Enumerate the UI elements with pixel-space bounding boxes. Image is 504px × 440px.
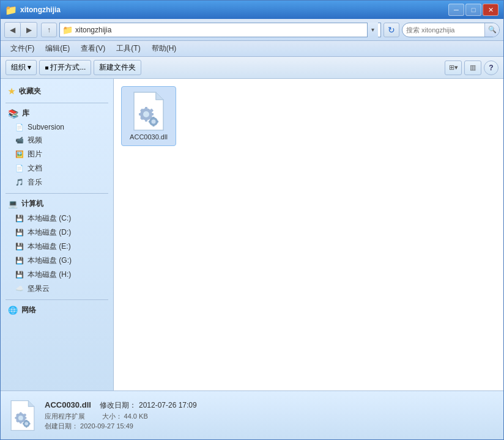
svg-rect-33 (26, 425, 27, 427)
computer-icon: 💻 (8, 199, 18, 208)
file-icon-wrapper (129, 92, 168, 131)
drive-g-icon: 💾 (15, 257, 24, 265)
status-details: 应用程序扩展 大小： 44.0 KB 创建日期： 2020-09-27 15:4… (45, 412, 197, 431)
drive-c-icon: 💾 (15, 215, 24, 222)
drive-h-label: 本地磁盘 (H:) (28, 270, 71, 280)
images-icon: 🖼️ (15, 150, 24, 158)
status-size-label: 大小： (102, 413, 122, 420)
open-as-button[interactable]: ■ 打开方式... (39, 60, 91, 75)
status-modify-date: 2012-07-26 17:09 (139, 401, 197, 409)
documents-label: 文档 (28, 163, 42, 174)
dll-file-icon (132, 91, 166, 131)
sidebar-item-drive-c[interactable]: 💾 本地磁盘 (C:) (1, 211, 113, 226)
video-label: 视频 (28, 135, 42, 145)
favorites-header: ★ 收藏夹 (1, 84, 113, 99)
svg-marker-19 (28, 400, 34, 406)
open-as-label: 打开方式... (50, 62, 86, 73)
sidebar-divider-2 (6, 193, 108, 194)
status-file-icon (8, 398, 37, 433)
status-type-text: 应用程序扩展 (45, 413, 85, 420)
status-create-label: 创建日期： (45, 422, 78, 430)
status-create-date: 2020-09-27 15:49 (80, 422, 133, 430)
menu-bar: 文件(F) 编辑(E) 查看(V) 工具(T) 帮助(H) (1, 41, 503, 57)
svg-rect-15 (153, 125, 155, 127)
status-filename-text: ACC0030.dll (45, 400, 91, 409)
svg-rect-5 (145, 119, 147, 122)
svg-rect-35 (29, 423, 31, 424)
sidebar-item-images[interactable]: 🖼️ 图片 (1, 147, 113, 161)
svg-point-31 (25, 422, 29, 425)
svg-rect-25 (24, 417, 26, 419)
pane-toggle-button[interactable]: ▥ (464, 61, 481, 75)
status-info: ACC0030.dll 修改日期： 2012-07-26 17:09 应用程序扩… (45, 400, 197, 431)
sidebar-item-music[interactable]: 🎵 音乐 (1, 175, 113, 189)
music-label: 音乐 (28, 177, 42, 188)
search-button[interactable]: 🔍 (484, 23, 499, 37)
refresh-button[interactable]: ↻ (384, 23, 399, 37)
address-dropdown-button[interactable]: ▾ (367, 23, 378, 37)
network-header: 🌐 网络 (1, 302, 113, 318)
network-section: 🌐 网络 (1, 302, 113, 318)
sidebar-divider-3 (6, 299, 108, 300)
network-label: 网络 (21, 305, 36, 315)
status-type: 应用程序扩展 大小： 44.0 KB (45, 412, 197, 421)
svg-marker-1 (156, 92, 163, 100)
library-section: 📚 库 📄 Subversion 📹 视频 🖼️ 图片 📄 文档 (1, 106, 113, 189)
svg-rect-34 (23, 423, 24, 424)
star-icon: ★ (8, 87, 15, 96)
subversion-icon: 📄 (15, 123, 24, 131)
title-bar-controls: ─ □ ✕ (448, 4, 498, 16)
help-button[interactable]: ? (484, 61, 498, 75)
address-input[interactable]: 📁 xitongzhijia ▾ (59, 23, 381, 37)
menu-edit[interactable]: 编辑(E) (40, 42, 75, 55)
search-input[interactable] (402, 23, 484, 37)
status-create: 创建日期： 2020-09-27 15:49 (45, 422, 197, 431)
sidebar-divider-1 (6, 103, 108, 103)
menu-tools[interactable]: 工具(T) (111, 42, 145, 55)
sidebar-item-drive-e[interactable]: 💾 本地磁盘 (E:) (1, 240, 113, 254)
back-button[interactable]: ◀ (5, 23, 21, 37)
sidebar-item-video[interactable]: 📹 视频 (1, 133, 113, 147)
svg-rect-22 (20, 412, 21, 414)
minimize-button[interactable]: ─ (448, 4, 464, 16)
sidebar-item-drive-h[interactable]: 💾 本地磁盘 (H:) (1, 268, 113, 282)
sidebar-item-drive-g[interactable]: 💾 本地磁盘 (G:) (1, 254, 113, 268)
forward-button[interactable]: ▶ (21, 23, 37, 37)
computer-section: 💻 计算机 💾 本地磁盘 (C:) 💾 本地磁盘 (D:) 💾 本地磁盘 (E:… (1, 196, 113, 296)
svg-point-21 (18, 416, 23, 420)
view-toggle-button[interactable]: ⊞ ▾ (445, 61, 462, 75)
sidebar-item-documents[interactable]: 📄 文档 (1, 161, 113, 175)
view-icon: ⊞ (449, 64, 454, 72)
toolbar-right: ⊞ ▾ ▥ ? (445, 61, 498, 75)
svg-rect-32 (26, 420, 27, 422)
svg-rect-16 (149, 121, 151, 123)
title-bar-left: 📁 xitongzhijia (6, 4, 61, 15)
file-item-acc0030[interactable]: ACC0030.dll (121, 86, 176, 146)
organize-button[interactable]: 组织 ▾ (6, 60, 37, 75)
file-name: ACC0030.dll (130, 133, 168, 141)
maximize-button[interactable]: □ (465, 4, 481, 16)
up-button[interactable]: ↑ (41, 23, 57, 37)
new-folder-button[interactable]: 新建文件夹 (94, 60, 141, 75)
jiguoyun-label: 坚果云 (28, 284, 50, 294)
sidebar-item-jiguoyun[interactable]: ☁️ 坚果云 (1, 282, 113, 296)
svg-point-13 (152, 120, 156, 124)
status-modify-label: 修改日期： (100, 401, 136, 409)
favorites-label: 收藏夹 (19, 86, 41, 97)
favorites-section: ★ 收藏夹 (1, 84, 113, 99)
address-bar: ◀ ▶ ↑ 📁 xitongzhijia ▾ ↻ 🔍 (1, 19, 503, 41)
library-icon: 📚 (8, 109, 18, 119)
svg-rect-24 (15, 417, 17, 419)
svg-rect-4 (145, 107, 147, 110)
status-size-value: 44.0 KB (124, 413, 148, 420)
network-icon: 🌐 (8, 306, 18, 315)
menu-file[interactable]: 文件(F) (6, 42, 39, 55)
file-area[interactable]: ACC0030.dll (114, 79, 503, 391)
menu-help[interactable]: 帮助(H) (147, 42, 182, 55)
close-button[interactable]: ✕ (483, 4, 498, 16)
library-header: 📚 库 (1, 106, 113, 121)
sidebar-item-drive-d[interactable]: 💾 本地磁盘 (D:) (1, 226, 113, 240)
menu-view[interactable]: 查看(V) (76, 42, 110, 55)
sidebar-item-subversion[interactable]: 📄 Subversion (1, 121, 113, 133)
sidebar: ★ 收藏夹 📚 库 📄 Subversion 📹 视频 (1, 79, 114, 391)
